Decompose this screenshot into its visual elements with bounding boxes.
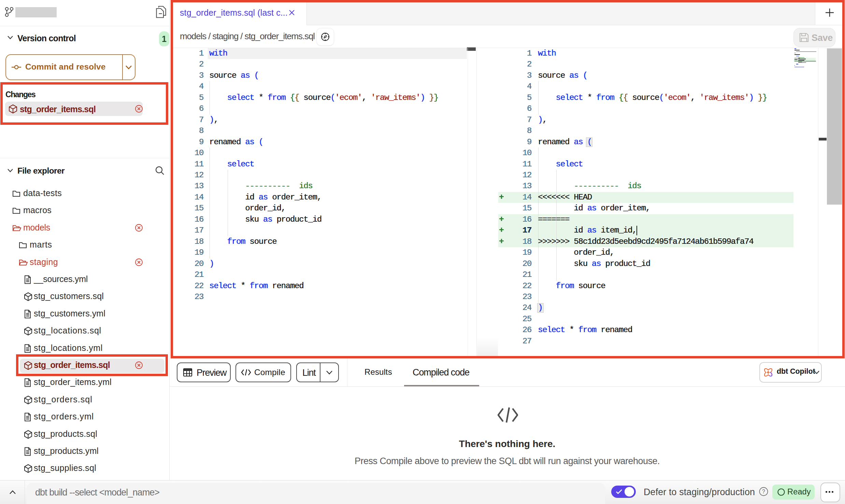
svg-text:?: ? <box>762 489 765 494</box>
